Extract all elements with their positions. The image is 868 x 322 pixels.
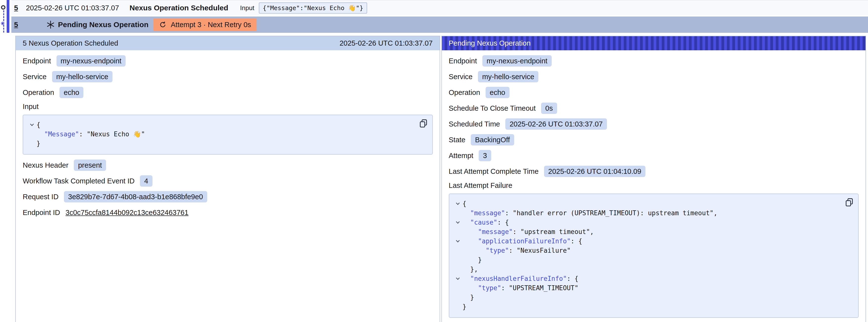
- field-value-badge: my-hello-service: [52, 71, 113, 82]
- code-line: "message": "handler error (UPSTREAM_TIME…: [453, 208, 841, 218]
- collapse-chevron-icon[interactable]: [453, 236, 463, 246]
- event-id-link[interactable]: 5: [14, 4, 18, 12]
- copy-button[interactable]: [420, 119, 427, 128]
- pending-nexus-operation-row[interactable]: 5 Pending Nexus Operation Attempt 3 · Ne…: [11, 17, 868, 33]
- field-label: Request ID: [23, 193, 59, 201]
- field-value-badge: present: [74, 160, 106, 171]
- field-label: Endpoint: [23, 57, 51, 65]
- code-text: "type": "UPSTREAM_TIMEOUT": [463, 283, 579, 293]
- copy-icon: [845, 198, 853, 207]
- field-list-top: Endpointmy-nexus-endpointServicemy-hello…: [449, 55, 859, 177]
- field-value-badge: my-nexus-endpoint: [483, 55, 552, 67]
- event-detail-card-header: 5 Nexus Operation Scheduled 2025-02-26 U…: [16, 36, 440, 50]
- field-label: Endpoint: [449, 57, 477, 65]
- field-row-operation: Operationecho: [23, 87, 433, 98]
- code-line: "nexusHandlerFailureInfo": {: [453, 274, 841, 283]
- event-row-nexus-operation-scheduled[interactable]: 5 2025-02-26 UTC 01:03:37.07 Nexus Opera…: [11, 0, 868, 15]
- pending-operation-card-header: Pending Nexus Operation: [442, 36, 866, 50]
- collapse-chevron-icon[interactable]: [453, 199, 463, 208]
- code-text: {: [463, 199, 467, 208]
- code-line: },: [453, 264, 841, 274]
- field-label: Last Attempt Complete Time: [449, 167, 538, 175]
- chevron-spacer: [453, 208, 463, 218]
- code-text: },: [463, 264, 478, 274]
- field-label: Schedule To Close Timeout: [449, 104, 536, 112]
- copy-icon: [420, 119, 427, 128]
- field-label: Operation: [23, 89, 54, 97]
- field-row-schedule-to-close-timeout: Schedule To Close Timeout0s: [449, 103, 859, 114]
- field-label: Attempt: [449, 152, 473, 160]
- retry-attempt-badge: Attempt 3 · Next Retry 0s: [153, 19, 257, 31]
- pending-asterisk-icon: [45, 20, 56, 30]
- field-row-service: Servicemy-hello-service: [23, 71, 433, 82]
- event-timestamp: 2025-02-26 UTC 01:03:37.07: [26, 4, 129, 12]
- field-value-badge: 2025-02-26 UTC 01:03:37.07: [505, 118, 607, 130]
- field-row-state: StateBackingOff: [449, 134, 859, 146]
- field-value-badge: echo: [59, 87, 83, 98]
- code-line: }: [27, 139, 415, 148]
- code-line: }: [453, 302, 841, 312]
- event-detail-card: 5 Nexus Operation Scheduled 2025-02-26 U…: [15, 36, 440, 322]
- field-value-badge: 3e829b7e-7d67-4b08-aad3-b1e868bfe9e0: [64, 191, 207, 202]
- field-row-scheduled-time: Scheduled Time2025-02-26 UTC 01:03:37.07: [449, 118, 859, 130]
- field-label: Service: [449, 73, 473, 81]
- field-row-endpoint: Endpointmy-nexus-endpoint: [23, 55, 433, 67]
- pending-operation-card-body: Endpointmy-nexus-endpointServicemy-hello…: [442, 50, 866, 322]
- code-line: "message": "upstream timeout",: [453, 227, 841, 236]
- failure-section-label: Last Attempt Failure: [449, 182, 859, 190]
- code-text: }: [463, 255, 482, 264]
- field-value-badge: BackingOff: [471, 134, 514, 146]
- code-line: {: [27, 120, 415, 129]
- code-text: "cause": {: [463, 218, 509, 227]
- field-value-badge: 3: [479, 150, 491, 161]
- chevron-spacer: [453, 264, 463, 274]
- code-line: "applicationFailureInfo": {: [453, 236, 841, 246]
- event-detail-card-body: Endpointmy-nexus-endpointServicemy-hello…: [16, 50, 440, 229]
- field-label: State: [449, 136, 466, 144]
- field-list-bottom: Nexus HeaderpresentWorkflow Task Complet…: [23, 160, 433, 218]
- field-value-link[interactable]: 3c0c75ccfa8144b092c13ce632463761: [66, 208, 188, 217]
- event-id-link[interactable]: 5: [14, 21, 18, 29]
- pending-row-title: Pending Nexus Operation: [58, 21, 153, 29]
- field-row-nexus-header: Nexus Headerpresent: [23, 160, 433, 171]
- card-header-timestamp: 2025-02-26 UTC 01:03:37.07: [340, 39, 433, 47]
- field-label: Workflow Task Completed Event ID: [23, 177, 134, 185]
- code-text: }: [36, 139, 40, 148]
- field-row-last-attempt-complete-time: Last Attempt Complete Time2025-02-26 UTC…: [449, 166, 859, 177]
- input-section-label: Input: [23, 103, 433, 111]
- field-row-service: Servicemy-hello-service: [449, 71, 859, 82]
- field-value-badge: 0s: [541, 103, 557, 114]
- code-line: {: [453, 199, 841, 208]
- collapse-chevron-icon[interactable]: [453, 218, 463, 227]
- event-input-label: Input: [240, 4, 254, 12]
- retry-badge-text: Attempt 3 · Next Retry 0s: [171, 21, 251, 29]
- code-line: "cause": {: [453, 218, 841, 227]
- field-value-badge: my-nexus-endpoint: [57, 55, 126, 67]
- code-lines: { "message": "handler error (UPSTREAM_TI…: [453, 199, 841, 312]
- timeline-connector-dashed: [3, 10, 4, 33]
- chevron-spacer: [453, 293, 463, 302]
- code-text: "type": "NexusFailure": [463, 246, 571, 255]
- code-text: }: [463, 293, 474, 302]
- field-value-badge: my-hello-service: [478, 71, 538, 82]
- field-label: Operation: [449, 89, 480, 97]
- code-line: "type": "UPSTREAM_TIMEOUT": [453, 283, 841, 293]
- collapse-chevron-icon[interactable]: [27, 120, 36, 129]
- field-row-operation: Operationecho: [449, 87, 859, 98]
- timeline-dot-open-icon: [1, 5, 5, 10]
- code-line: "Message": "Nexus Echo 👋": [27, 129, 415, 139]
- code-text: "Message": "Nexus Echo 👋": [36, 129, 145, 139]
- code-text: "applicationFailureInfo": {: [463, 236, 582, 246]
- chevron-spacer: [453, 227, 463, 236]
- input-payload-codeblock: { "Message": "Nexus Echo 👋"}: [23, 115, 433, 155]
- copy-button[interactable]: [845, 198, 853, 207]
- chevron-spacer: [27, 129, 36, 139]
- retry-icon: [159, 21, 167, 29]
- code-lines: { "Message": "Nexus Echo 👋"}: [27, 120, 415, 148]
- collapse-chevron-icon[interactable]: [453, 274, 463, 283]
- field-label: Service: [23, 73, 46, 81]
- code-text: "message": "handler error (UPSTREAM_TIME…: [463, 208, 717, 218]
- chevron-spacer: [453, 246, 463, 255]
- field-value-badge: 2025-02-26 UTC 01:04:10.09: [544, 166, 646, 177]
- field-row-attempt: Attempt3: [449, 150, 859, 161]
